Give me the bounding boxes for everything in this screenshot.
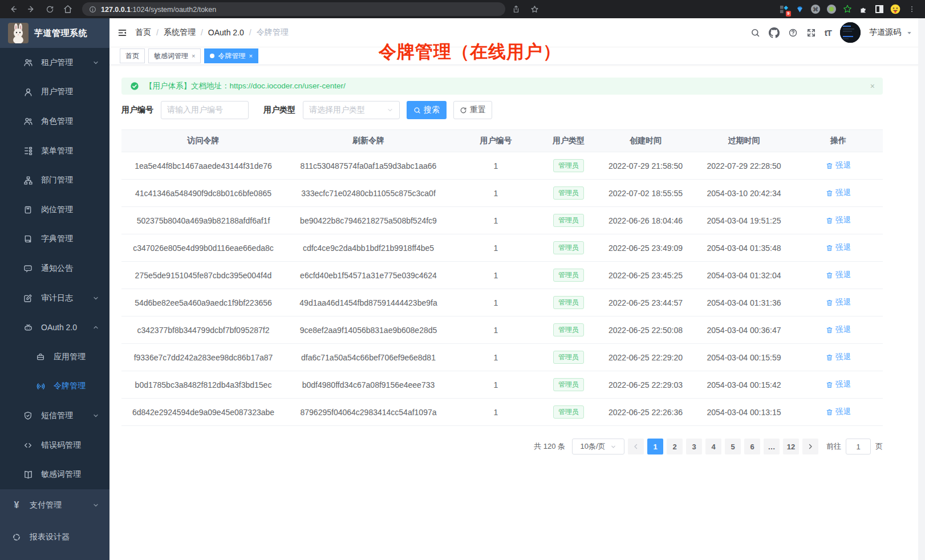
page-number-button[interactable]: 2	[667, 439, 683, 455]
alert-doc-link[interactable]: https://doc.iocoder.cn/user-center/	[230, 82, 346, 90]
extension-gem-icon[interactable]	[793, 2, 806, 16]
page-number-button[interactable]: 4	[705, 439, 721, 455]
sidebar-item-label: 支付管理	[30, 500, 62, 510]
prev-page-button[interactable]	[628, 439, 644, 455]
tab-token[interactable]: 令牌管理×	[204, 48, 258, 63]
share-icon[interactable]	[509, 2, 524, 17]
browser-menu-icon[interactable]	[904, 2, 919, 17]
force-logout-button[interactable]: 强退	[826, 188, 851, 198]
sidebar-item-menu[interactable]: 菜单管理	[0, 136, 109, 166]
sidebar-item-sms[interactable]: 短信管理	[0, 401, 109, 431]
page-number-button[interactable]: …	[764, 439, 780, 455]
sidebar-fold-icon[interactable]	[117, 28, 127, 38]
expires-cell: 2054-03-10 20:42:34	[694, 180, 794, 207]
user-type-select[interactable]: 请选择用户类型	[303, 101, 400, 119]
sidebar-item-oauth[interactable]: OAuth 2.0	[0, 313, 109, 342]
sidebar-item-post[interactable]: 岗位管理	[0, 195, 109, 225]
action-cell: 强退	[794, 289, 883, 316]
sidebar-menu-group: 租户管理 用户管理 角色管理 菜单管理 部门管理 岗位管理	[0, 48, 109, 489]
address-bar[interactable]: 127.0.0.1:1024/system/oauth2/token	[82, 2, 505, 16]
page-number-button[interactable]: 6	[744, 439, 760, 455]
app-logo-row[interactable]: 芋道管理系统	[0, 18, 109, 48]
force-logout-button[interactable]: 强退	[826, 160, 851, 171]
page-number-button[interactable]: 12	[783, 439, 799, 455]
sidebar-item-errcode[interactable]: 错误码管理	[0, 431, 109, 460]
trash-icon	[826, 244, 833, 251]
extension-split-icon[interactable]	[873, 2, 886, 16]
sidebar-item-role[interactable]: 角色管理	[0, 107, 109, 136]
breadcrumb-oauth[interactable]: OAuth 2.0	[208, 28, 244, 37]
access-token-cell: b0d1785bc3a8482f812db4a3f3bd15ec	[121, 371, 285, 399]
help-icon[interactable]	[788, 28, 798, 38]
force-logout-button[interactable]: 强退	[826, 379, 851, 389]
sidebar-item-oauth-app[interactable]: 应用管理	[0, 342, 109, 372]
sidebar-item-report[interactable]: 报表设计器	[0, 521, 109, 553]
access-token-cell: 6d842e2924594de9a09e45e087323abe	[121, 399, 285, 426]
alert-close-icon[interactable]: ×	[870, 82, 875, 91]
reload-icon[interactable]	[42, 2, 57, 17]
fullscreen-icon[interactable]	[806, 28, 816, 38]
page-number-button[interactable]: 3	[686, 439, 702, 455]
extension-dot-icon[interactable]	[825, 2, 838, 16]
page-info-icon[interactable]	[89, 6, 96, 13]
user-avatar[interactable]	[840, 22, 861, 43]
sidebar-item-audit[interactable]: 审计日志	[0, 283, 109, 313]
force-logout-button[interactable]: 强退	[826, 270, 851, 280]
next-page-button[interactable]	[802, 439, 818, 455]
sidebar-item-pay[interactable]: ¥ 支付管理	[0, 489, 109, 521]
chevron-down-icon	[92, 295, 99, 302]
table-row: 502375b8040a469a9b82188afdf6af1f be90422…	[121, 207, 883, 234]
force-logout-button[interactable]: 强退	[826, 324, 851, 335]
action-cell: 强退	[794, 207, 883, 234]
force-logout-button[interactable]: 强退	[826, 297, 851, 307]
font-size-icon[interactable]: tT	[825, 28, 831, 38]
total-count: 共 120 条	[534, 441, 565, 452]
force-logout-button[interactable]: 强退	[826, 242, 851, 253]
extension-cmd-icon[interactable]: ⌘	[809, 2, 822, 16]
sidebar-item-dict[interactable]: 字典管理	[0, 225, 109, 254]
username[interactable]: 芋道源码	[869, 27, 901, 38]
tab-sensitive[interactable]: 敏感词管理×	[148, 48, 201, 63]
breadcrumb-system[interactable]: 系统管理	[164, 27, 196, 38]
extension-tabs-icon[interactable]: 9	[777, 2, 790, 16]
force-logout-button[interactable]: 强退	[826, 407, 851, 417]
refresh-token-cell: be90422b8c7946218275a508bf524fc9	[285, 207, 452, 234]
extensions-puzzle-icon[interactable]	[857, 2, 870, 16]
extension-star-icon[interactable]	[841, 2, 854, 16]
page-size-select[interactable]: 10条/页	[572, 439, 624, 455]
page-number-button[interactable]: 1	[647, 439, 663, 455]
caret-down-icon[interactable]	[906, 30, 912, 36]
home-icon[interactable]	[60, 2, 75, 17]
profile-avatar-icon[interactable]	[889, 2, 902, 16]
close-icon[interactable]: ×	[249, 52, 252, 59]
refresh-token-cell: 8796295f04064c2983414cc54af1097a	[285, 399, 452, 426]
browser-scrollbar-track[interactable]	[918, 18, 925, 560]
user-id-cell: 1	[452, 152, 540, 180]
page-number-button[interactable]: 5	[725, 439, 741, 455]
force-logout-button[interactable]: 强退	[826, 352, 851, 362]
jump-page-input[interactable]	[846, 439, 871, 455]
sidebar-item-tenant[interactable]: 租户管理	[0, 48, 109, 78]
breadcrumb-home[interactable]: 首页	[135, 27, 151, 38]
tab-home[interactable]: 首页	[120, 48, 145, 63]
sidebar-item-notice[interactable]: 通知公告	[0, 254, 109, 283]
doc-alert: 【用户体系】文档地址：https://doc.iocoder.cn/user-c…	[121, 78, 883, 95]
sidebar-item-user[interactable]: 用户管理	[0, 78, 109, 107]
search-button[interactable]: 搜索	[407, 101, 447, 119]
action-cell: 强退	[794, 371, 883, 399]
sidebar-item-dept[interactable]: 部门管理	[0, 165, 109, 195]
force-logout-button[interactable]: 强退	[826, 215, 851, 225]
sidebar-item-sensitive[interactable]: 敏感词管理	[0, 460, 109, 489]
github-icon[interactable]	[769, 27, 780, 38]
bookmark-star-icon[interactable]	[527, 2, 542, 17]
col-action: 操作	[794, 130, 883, 152]
sidebar-item-oauth-token[interactable]: 令牌管理	[0, 372, 109, 401]
close-icon[interactable]: ×	[192, 52, 195, 59]
search-icon[interactable]	[750, 28, 760, 38]
user-id-input[interactable]: 请输入用户编号	[161, 101, 249, 119]
chevron-down-icon	[387, 107, 393, 113]
extension-badge: 9	[786, 11, 791, 17]
reset-button[interactable]: 重置	[453, 101, 492, 119]
forward-icon[interactable]	[24, 2, 39, 17]
back-icon[interactable]	[6, 2, 21, 17]
